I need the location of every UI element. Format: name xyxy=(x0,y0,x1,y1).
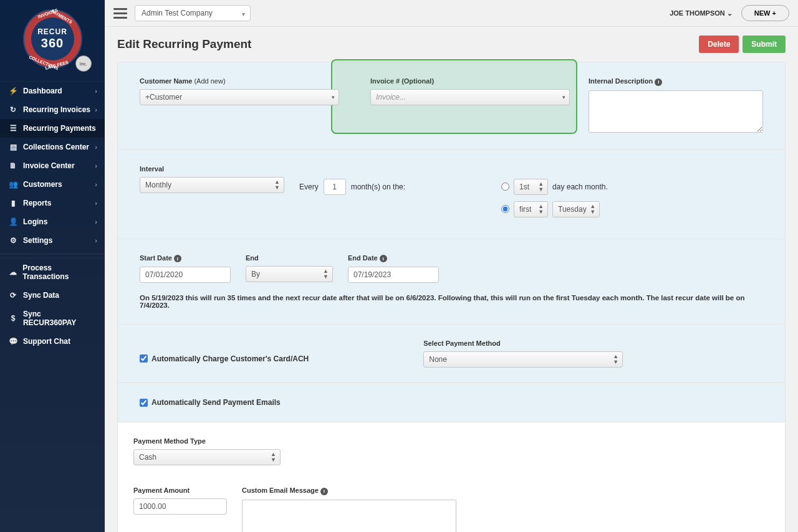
end-date-label: End Datei xyxy=(348,254,439,263)
nav-icon: ↻ xyxy=(9,105,17,114)
info-icon: i xyxy=(174,255,181,262)
amount-input[interactable] xyxy=(133,498,227,515)
new-button[interactable]: NEW + xyxy=(741,5,789,21)
nav-main: ⚡Dashboard›↻Recurring Invoices›☰Recurrin… xyxy=(0,81,105,250)
topbar: Admin Test Company ▾ JOE THOMPSON ⌄ NEW … xyxy=(105,0,798,27)
nav-icon: ⚙ xyxy=(9,236,17,245)
sidebar-item-invoice-center[interactable]: 🗎Invoice Center› xyxy=(0,156,105,175)
chevron-down-icon: ▾ xyxy=(242,11,245,17)
chevron-right-icon: › xyxy=(95,106,97,113)
desc-label: Internal Descriptioni xyxy=(589,77,763,86)
delete-button[interactable]: Delete xyxy=(699,36,739,53)
customer-select[interactable]: +Customer ▾ xyxy=(140,89,339,105)
chevron-right-icon: › xyxy=(95,162,97,169)
nav-icon: ☁ xyxy=(9,268,17,277)
day-ordinal-select[interactable]: 1st ▲▼ xyxy=(514,179,548,195)
nav-icon: 🗎 xyxy=(9,161,17,170)
start-date-input[interactable] xyxy=(140,267,231,283)
chevron-right-icon: › xyxy=(95,218,97,226)
info-icon: i xyxy=(320,488,328,495)
chevron-down-icon: ▾ xyxy=(332,95,335,100)
payment-method-select[interactable]: None ▲▼ xyxy=(423,351,623,368)
nav-icon: 👥 xyxy=(9,180,17,189)
sidebar-item-customers[interactable]: 👥Customers› xyxy=(0,175,105,194)
menu-toggle-icon[interactable] xyxy=(113,8,127,19)
nav-icon: ▤ xyxy=(9,143,17,151)
sidebar: INVOICES PAYMENTS COLLECTIONS LATE FEES … xyxy=(0,0,105,532)
auto-charge-label: Automatically Charge Customer's Card/ACH xyxy=(151,354,309,363)
sidebar-item-reports[interactable]: ▮Reports› xyxy=(0,194,105,212)
nav-icon: 💬 xyxy=(9,337,17,346)
sidebar-item-logins[interactable]: 👤Logins› xyxy=(0,212,105,231)
chevron-right-icon: › xyxy=(95,87,97,95)
form-card: Customer Name (Add new) +Customer ▾ Invo… xyxy=(117,62,786,532)
description-input[interactable] xyxy=(589,90,763,133)
submit-button[interactable]: Submit xyxy=(743,36,786,53)
page-body: Edit Recurring Payment Delete Submit Cus… xyxy=(105,27,798,532)
nav-icon: ⟳ xyxy=(9,291,17,300)
sidebar-item-collections-center[interactable]: ▤Collections Center› xyxy=(0,138,105,156)
nav-icon: 👤 xyxy=(9,217,17,226)
week-ordinal-select[interactable]: first ▲▼ xyxy=(514,201,548,217)
every-label: Every xyxy=(299,183,319,191)
sidebar-item-recurring-invoices[interactable]: ↻Recurring Invoices› xyxy=(0,100,105,119)
nav-icon: ⚡ xyxy=(9,87,17,95)
customer-label: Customer Name (Add new) xyxy=(140,77,339,85)
sidebar-item-support-chat[interactable]: 💬Support Chat xyxy=(0,332,105,351)
chevron-right-icon: › xyxy=(95,199,97,207)
chevron-down-icon: ⌄ xyxy=(727,9,733,17)
nav-secondary: ☁Process Transactions⟳Sync Data$Sync REC… xyxy=(0,258,105,351)
pm-type-select[interactable]: Cash ▲▼ xyxy=(133,449,281,465)
email-msg-label: Custom Email Messagei xyxy=(242,487,456,495)
logo: INVOICES PAYMENTS COLLECTIONS LATE FEES … xyxy=(0,0,105,81)
end-label: End xyxy=(246,254,333,262)
chevron-down-icon: ▾ xyxy=(562,95,565,100)
chevron-right-icon: › xyxy=(95,143,97,151)
sidebar-item-settings[interactable]: ⚙Settings› xyxy=(0,231,105,250)
pm-type-label: Payment Method Type xyxy=(133,437,281,445)
start-date-label: Start Datei xyxy=(140,254,231,263)
sidebar-item-sync-recur360pay[interactable]: $Sync RECUR360PAY xyxy=(0,305,105,332)
chevron-right-icon: › xyxy=(95,181,97,188)
months-on-label: month(s) on the: xyxy=(351,183,405,191)
invoice-select[interactable]: Invoice... ▾ xyxy=(370,89,570,105)
auto-email-label: Automatically Send Payment Emails xyxy=(151,398,281,407)
interval-select[interactable]: Monthly ▲▼ xyxy=(140,177,284,193)
email-msg-input[interactable] xyxy=(242,500,456,533)
info-icon: i xyxy=(655,78,662,86)
every-input[interactable] xyxy=(324,179,346,195)
nav-icon: $ xyxy=(9,314,17,323)
sidebar-item-recurring-payments[interactable]: ☰Recurring Payments› xyxy=(0,119,105,138)
chevron-right-icon: › xyxy=(95,237,97,244)
page-title: Edit Recurring Payment xyxy=(117,37,251,51)
interval-label: Interval xyxy=(140,165,284,173)
info-icon: i xyxy=(380,255,387,262)
user-menu[interactable]: JOE THOMPSON ⌄ xyxy=(670,9,733,17)
week-of-month-radio[interactable] xyxy=(501,205,509,213)
schedule-note: On 5/19/2023 this will run 35 times and … xyxy=(140,294,763,309)
auto-email-checkbox[interactable] xyxy=(140,399,148,407)
auto-charge-checkbox[interactable] xyxy=(140,354,148,363)
amount-label: Payment Amount xyxy=(133,487,227,494)
company-select[interactable]: Admin Test Company ▾ xyxy=(135,5,251,21)
end-select[interactable]: By ▲▼ xyxy=(246,266,333,282)
day-of-month-radio[interactable] xyxy=(501,183,509,191)
sort-icon: ▲▼ xyxy=(274,179,280,191)
sidebar-item-sync-data[interactable]: ⟳Sync Data xyxy=(0,286,105,305)
nav-icon: ▮ xyxy=(9,199,17,207)
end-date-input[interactable] xyxy=(348,267,439,283)
sidebar-item-process-transactions[interactable]: ☁Process Transactions xyxy=(0,259,105,286)
payment-method-label: Select Payment Method xyxy=(423,340,623,347)
sidebar-item-dashboard[interactable]: ⚡Dashboard› xyxy=(0,82,105,100)
weekday-select[interactable]: Tuesday ▲▼ xyxy=(552,201,600,217)
inc-5000-badge: Inc. xyxy=(75,55,92,72)
nav-icon: ☰ xyxy=(9,124,17,133)
